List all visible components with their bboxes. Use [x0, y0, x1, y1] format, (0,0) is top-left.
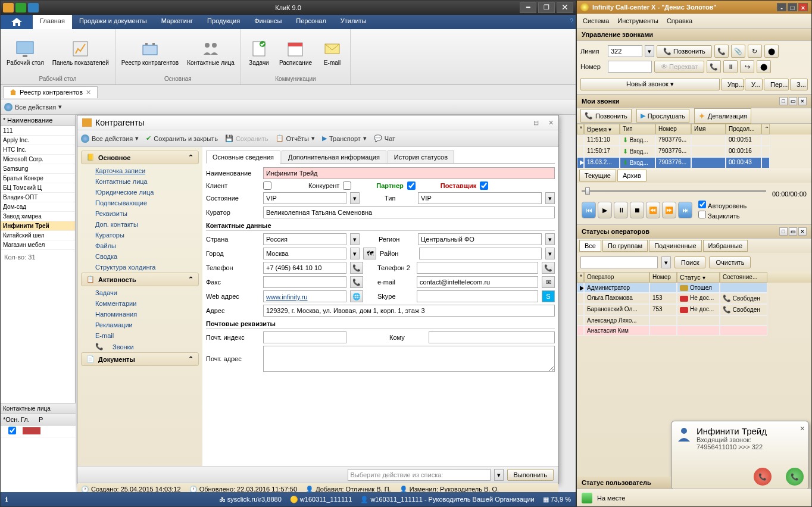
- nav-item[interactable]: Карточка записи: [81, 165, 199, 176]
- ribbon-tab[interactable]: Персонал: [289, 15, 333, 29]
- list-row[interactable]: HTC Inc.: [1, 145, 75, 155]
- col-header[interactable]: ⌃: [761, 124, 770, 134]
- web-link[interactable]: www.infinity.ru: [263, 290, 346, 302]
- modal-collapse-icon[interactable]: ⊟: [533, 119, 539, 127]
- search-button[interactable]: Поиск: [674, 256, 705, 268]
- skype-input[interactable]: [417, 290, 538, 302]
- dropdown-icon[interactable]: ▾: [545, 233, 555, 245]
- nav-item[interactable]: Напоминания: [81, 309, 199, 320]
- supplier-checkbox[interactable]: [480, 181, 488, 190]
- stop-button[interactable]: ⏹: [630, 202, 644, 218]
- district-input[interactable]: [419, 248, 542, 259]
- list-row[interactable]: Братья Конкре: [1, 174, 75, 183]
- op-search-input[interactable]: [580, 256, 658, 268]
- email-input[interactable]: [417, 276, 538, 288]
- dropdown-icon[interactable]: ▾: [350, 248, 360, 259]
- dropdown-icon[interactable]: ▾: [545, 192, 555, 204]
- all-actions-button[interactable]: Все действия ▾: [4, 103, 62, 111]
- list-row[interactable]: Китайский шел: [1, 231, 75, 240]
- col-header[interactable]: Время ▾: [584, 124, 620, 134]
- newcall-tab[interactable]: Новый звонок ▾: [580, 78, 720, 90]
- form-tab[interactable]: История статусов: [388, 151, 454, 163]
- panel-btn[interactable]: ▭: [789, 227, 797, 236]
- phone2-input[interactable]: [417, 262, 538, 274]
- postaddr-input[interactable]: [263, 346, 555, 372]
- modal-close-icon[interactable]: ✕: [548, 119, 554, 127]
- web-icon[interactable]: 🌐: [350, 290, 363, 302]
- nav-item[interactable]: E-mail: [81, 330, 199, 341]
- nav-group-documents[interactable]: 📄Документы⌃: [81, 352, 199, 366]
- ribbon-tab[interactable]: Продукция: [200, 15, 247, 29]
- ribbon-email[interactable]: E-mail: [318, 37, 346, 68]
- client-checkbox[interactable]: [263, 181, 271, 190]
- call-row[interactable]: 11:50:17 ⬇ Вход... 7903776... 00:00:16: [577, 146, 811, 157]
- panel-btn[interactable]: ×: [798, 97, 807, 105]
- save-button[interactable]: 💾 Сохранить: [225, 134, 268, 142]
- chat-button[interactable]: 💬 Чат: [374, 134, 395, 142]
- to-input[interactable]: [429, 331, 555, 343]
- autolevel-checkbox[interactable]: Автоуровень: [698, 201, 747, 209]
- nav-item[interactable]: 📞 Звонки: [81, 341, 199, 352]
- nav-item[interactable]: Комментарии: [81, 298, 199, 309]
- op-row[interactable]: Александр Ляхо...: [577, 315, 811, 326]
- nav-item[interactable]: Реквизиты: [81, 208, 199, 219]
- quick-icon-2[interactable]: [28, 3, 39, 12]
- dropdown-icon[interactable]: ▾: [350, 192, 360, 204]
- dropdown-icon[interactable]: ▾: [545, 248, 555, 259]
- ribbon-schedule[interactable]: Расписание: [277, 37, 314, 68]
- op-row[interactable]: Анастасия Ким: [577, 326, 811, 336]
- subtab[interactable]: Архив: [617, 170, 647, 181]
- list-row[interactable]: Владик-ОПТ: [1, 193, 75, 202]
- op-row[interactable]: Ольга Пахомова 153 Не дос... 📞 Свободен: [577, 293, 811, 304]
- dropdown-icon[interactable]: ▾: [645, 45, 654, 57]
- mail-icon[interactable]: ✉: [542, 276, 555, 288]
- nav-item[interactable]: Задачи: [81, 287, 199, 298]
- ribbon-desktop[interactable]: Рабочий стол: [4, 37, 46, 68]
- tab-btn[interactable]: Пер...: [764, 79, 789, 90]
- partner-checkbox[interactable]: [407, 181, 416, 190]
- pause-icon[interactable]: ⏸: [723, 60, 738, 73]
- col-header[interactable]: Продол...: [726, 124, 761, 134]
- action-select[interactable]: [348, 469, 491, 481]
- col-header[interactable]: Номер: [649, 272, 677, 283]
- phone-icon[interactable]: 📞: [350, 262, 363, 274]
- op-row[interactable]: ▶ Администратор Отошел: [577, 283, 811, 293]
- fax-input[interactable]: [263, 276, 346, 288]
- curator-input[interactable]: [263, 206, 555, 218]
- phone-input[interactable]: [263, 262, 346, 274]
- ribbon-tab[interactable]: Финансы: [247, 15, 289, 29]
- rewind-button[interactable]: ⏮: [582, 202, 596, 218]
- list-row[interactable]: 111: [1, 126, 75, 136]
- nav-item[interactable]: Доп. контакты: [81, 219, 199, 230]
- ribbon-registry[interactable]: Реестр контрагентов: [119, 37, 181, 68]
- nav-item[interactable]: Кураторы: [81, 230, 199, 240]
- play-button[interactable]: ▶: [598, 202, 612, 218]
- clear-button[interactable]: Очистить: [709, 256, 751, 268]
- prev-button[interactable]: ⏪: [646, 202, 660, 218]
- maximize-button[interactable]: ❐: [538, 2, 555, 13]
- reports-button[interactable]: 📋 Отчёты ▾: [276, 134, 315, 142]
- forward-button[interactable]: ⏭: [678, 202, 692, 218]
- call-action[interactable]: 📞Позвонить: [580, 109, 632, 123]
- nav-item[interactable]: Юридические лица: [81, 187, 199, 198]
- optab[interactable]: Все: [579, 240, 601, 252]
- intercept-button[interactable]: 👁 Перехват: [654, 61, 704, 73]
- list-row[interactable]: Microsoft Corp.: [1, 155, 75, 164]
- optab[interactable]: Подчиненные: [649, 240, 701, 252]
- panel-btn[interactable]: □: [779, 227, 788, 236]
- ribbon-tab[interactable]: Утилиты: [333, 15, 374, 29]
- call-row[interactable]: ▶ 18.03.2... ⬇ Вход... 7903776... 00:00:…: [577, 157, 811, 168]
- col-header[interactable]: Состояние...: [720, 272, 767, 283]
- list-header[interactable]: * Наименование: [1, 115, 75, 126]
- main-checkbox[interactable]: [8, 427, 16, 434]
- answer-icon[interactable]: 📞: [714, 45, 729, 58]
- phone-icon[interactable]: 📞: [542, 262, 555, 274]
- loop-checkbox[interactable]: Зациклить: [698, 211, 747, 220]
- list-row[interactable]: Apply Inc.: [1, 136, 75, 145]
- pause-button[interactable]: ⏸: [614, 202, 628, 218]
- save-close-button[interactable]: ✔ Сохранить и закрыть: [146, 134, 218, 142]
- popup-close-icon[interactable]: ×: [800, 424, 805, 433]
- nav-item[interactable]: Контактные лица: [81, 176, 199, 187]
- stop-icon[interactable]: ⬤: [757, 60, 771, 73]
- name-input[interactable]: [263, 167, 555, 179]
